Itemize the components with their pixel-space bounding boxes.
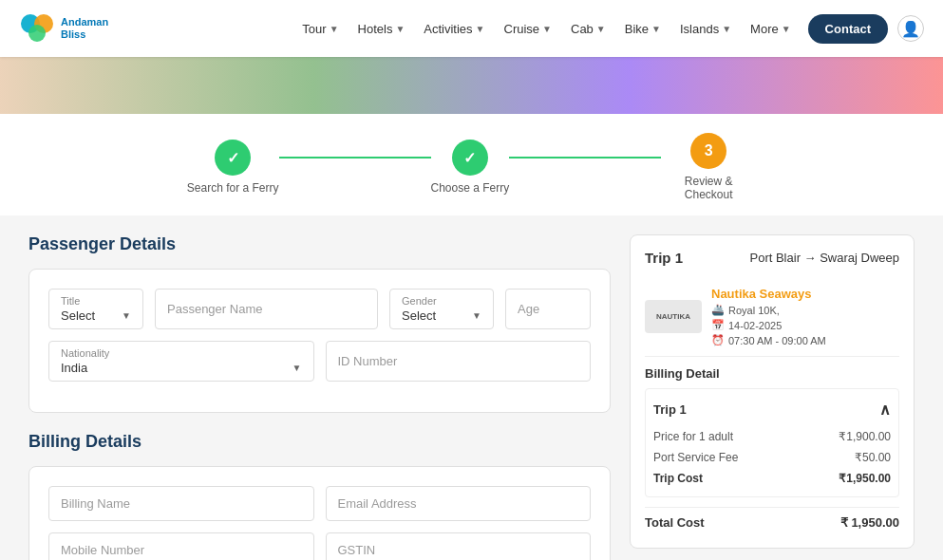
- nationality-field[interactable]: Nationality India ▼: [48, 341, 314, 382]
- gstin-input[interactable]: [338, 543, 579, 557]
- trip1-section: Trip 1 ∧ Price for 1 adult ₹1,900.00 Por…: [645, 388, 899, 497]
- passenger-name-input[interactable]: [167, 302, 366, 316]
- nav-item-hotels[interactable]: Hotels ▼: [350, 16, 413, 42]
- trip-cost-row: Trip Cost ₹1,950.00: [653, 468, 891, 489]
- title-label: Title: [61, 295, 131, 307]
- billing-name-field[interactable]: [48, 486, 314, 521]
- age-input[interactable]: [518, 302, 578, 316]
- chevron-down-icon: ▼: [651, 24, 661, 34]
- trip-header: Trip 1 Port Blair → Swaraj Dweep: [645, 250, 899, 266]
- id-number-input[interactable]: [338, 354, 579, 368]
- stepper: Search for a Ferry Choose a Ferry 3 Revi…: [187, 133, 756, 201]
- title-field[interactable]: Title Select ▼: [48, 289, 143, 329]
- gender-value: Select: [402, 308, 436, 323]
- passenger-form-card: Title Select ▼ Gender Select ▼: [28, 269, 611, 413]
- nav-item-bike[interactable]: Bike ▼: [617, 16, 669, 42]
- nav-links: Tour ▼ Hotels ▼ Activities ▼ Cruise ▼ Ca…: [137, 16, 798, 42]
- total-cost-value: ₹ 1,950.00: [840, 515, 899, 530]
- port-service-row: Port Service Fee ₹50.00: [653, 447, 891, 468]
- logo[interactable]: Andaman Bliss: [19, 10, 108, 47]
- chevron-down-icon: ▼: [542, 24, 552, 34]
- nautika-logo: NAUTIKA: [645, 300, 702, 333]
- billing-row-1: [48, 486, 591, 521]
- trip-cost-label: Trip Cost: [653, 472, 703, 485]
- chevron-down-icon: ▼: [122, 310, 131, 321]
- title-value: Select: [61, 308, 95, 323]
- step-2-circle: [452, 140, 488, 176]
- collapse-icon[interactable]: ∧: [879, 401, 891, 419]
- id-number-field[interactable]: [326, 341, 592, 382]
- passenger-row-2: Nationality India ▼: [48, 341, 591, 382]
- main-content: Passenger Details Title Select ▼ Gender …: [0, 215, 943, 560]
- chevron-down-icon: ▼: [596, 24, 606, 34]
- gstin-field[interactable]: [326, 532, 592, 560]
- passenger-row-1: Title Select ▼ Gender Select ▼: [48, 289, 591, 329]
- nationality-label: Nationality: [61, 347, 302, 359]
- chevron-down-icon: ▼: [782, 24, 791, 34]
- chevron-down-icon: ▼: [476, 24, 485, 34]
- logo-text-line2: Bliss: [61, 28, 108, 41]
- billing-section-title: Billing Details: [28, 432, 611, 452]
- step-1-circle: [215, 140, 251, 176]
- trip-date: 📅 14-02-2025: [711, 319, 899, 331]
- nav-item-activities[interactable]: Activities ▼: [416, 16, 492, 42]
- left-panel: Passenger Details Title Select ▼ Gender …: [28, 234, 611, 560]
- step-2: Choose a Ferry: [431, 140, 510, 195]
- right-panel: Trip 1 Port Blair → Swaraj Dweep NAUTIKA…: [630, 234, 915, 560]
- total-cost-label: Total Cost: [645, 515, 705, 530]
- step-line-1: [279, 157, 431, 159]
- nav-item-islands[interactable]: Islands ▼: [672, 16, 739, 42]
- nav-item-tour[interactable]: Tour ▼: [294, 16, 346, 42]
- trip-card: Trip 1 Port Blair → Swaraj Dweep NAUTIKA…: [630, 234, 915, 549]
- total-cost-row: Total Cost ₹ 1,950.00: [645, 507, 899, 533]
- logo-text-line1: Andaman: [61, 16, 108, 28]
- price-row: Price for 1 adult ₹1,900.00: [653, 426, 891, 447]
- nautika-info: NAUTIKA Nautika Seaways 🚢 Royal 10K, 📅 1…: [645, 277, 899, 357]
- port-service-value: ₹50.00: [855, 451, 891, 464]
- nautika-details: Nautika Seaways 🚢 Royal 10K, 📅 14-02-202…: [711, 287, 899, 346]
- user-icon[interactable]: 👤: [897, 15, 924, 42]
- trip-cost-value: ₹1,950.00: [839, 472, 891, 485]
- stepper-container: Search for a Ferry Choose a Ferry 3 Revi…: [0, 114, 943, 215]
- step-1-label: Search for a Ferry: [187, 181, 279, 195]
- ship-name: 🚢 Royal 10K,: [711, 304, 899, 316]
- mobile-field[interactable]: [48, 532, 314, 560]
- billing-name-input[interactable]: [61, 496, 302, 511]
- price-label: Price for 1 adult: [653, 430, 733, 443]
- billing-detail-label: Billing Detail: [645, 366, 899, 381]
- trip1-label-row: Trip 1 ∧: [653, 397, 891, 422]
- operator-name: Nautika Seaways: [711, 287, 899, 301]
- port-service-label: Port Service Fee: [653, 451, 738, 464]
- step-1: Search for a Ferry: [187, 140, 279, 195]
- step-3-circle: 3: [690, 133, 726, 169]
- chevron-down-icon: ▼: [330, 24, 339, 34]
- age-field[interactable]: [505, 289, 591, 329]
- contact-button[interactable]: Contact: [808, 14, 888, 44]
- gender-label: Gender: [402, 295, 481, 307]
- chevron-down-icon: ▼: [722, 24, 731, 34]
- nav-item-more[interactable]: More ▼: [743, 16, 799, 42]
- passenger-name-field[interactable]: [155, 289, 378, 329]
- passenger-section-title: Passenger Details: [28, 234, 611, 254]
- trip-route: Port Blair → Swaraj Dweep: [750, 251, 900, 265]
- gender-field[interactable]: Gender Select ▼: [389, 289, 494, 329]
- mobile-input[interactable]: [61, 543, 302, 557]
- logo-icon: [19, 10, 55, 47]
- hero-strip: [0, 57, 943, 114]
- trip-label: Trip 1: [645, 250, 683, 266]
- nav-item-cruise[interactable]: Cruise ▼: [497, 16, 559, 42]
- trip-time: ⏰ 07:30 AM - 09:00 AM: [711, 334, 899, 346]
- billing-row-2: [48, 532, 591, 560]
- step-3: 3 Review & Checkout: [661, 133, 756, 201]
- nav-item-cab[interactable]: Cab ▼: [563, 16, 613, 42]
- email-field[interactable]: [326, 486, 592, 521]
- email-input[interactable]: [338, 496, 579, 511]
- step-3-label: Review & Checkout: [661, 175, 756, 201]
- svg-point-2: [28, 25, 46, 42]
- chevron-down-icon: ▼: [395, 24, 405, 34]
- chevron-down-icon: ▼: [292, 363, 302, 373]
- step-2-label: Choose a Ferry: [431, 181, 510, 195]
- navbar: Andaman Bliss Tour ▼ Hotels ▼ Activities…: [0, 0, 943, 57]
- trip1-label: Trip 1: [653, 402, 687, 417]
- price-value: ₹1,900.00: [839, 430, 891, 443]
